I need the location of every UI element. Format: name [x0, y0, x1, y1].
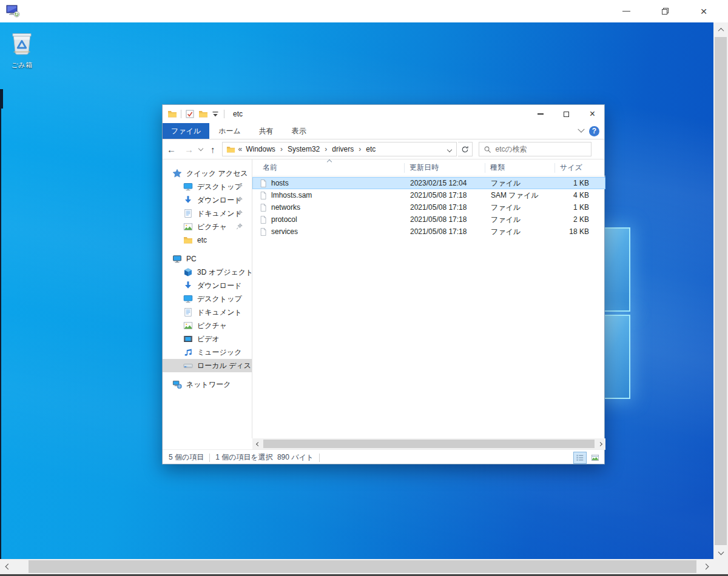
qat-customize-caret-icon[interactable]	[211, 109, 220, 119]
search-input[interactable]: etcの検索	[479, 142, 592, 156]
forward-button[interactable]: →	[184, 144, 194, 155]
scrollbar-thumb[interactable]	[29, 560, 696, 573]
file-name: hosts	[271, 179, 289, 187]
ribbon-tab-2[interactable]: 共有	[250, 123, 283, 139]
divider	[209, 454, 210, 462]
desktop-icon	[183, 182, 193, 192]
explorer-maximize-button[interactable]	[553, 105, 579, 123]
viewer-close-button[interactable]: ×	[684, 0, 723, 22]
details-view-button[interactable]	[573, 452, 587, 464]
sidebar-item-label: PC	[186, 255, 197, 263]
scroll-left-arrow-icon[interactable]	[252, 438, 263, 449]
recycle-bin-desktop-icon[interactable]: ごみ箱	[4, 28, 40, 70]
refresh-button[interactable]	[458, 142, 473, 156]
recycle-bin-label: ごみ箱	[4, 61, 40, 70]
ribbon-tab-1[interactable]: ホーム	[209, 123, 250, 139]
file-modified: 2021/05/08 17:18	[405, 215, 486, 224]
disk-icon	[183, 361, 193, 370]
column-header-0[interactable]: 名前	[252, 163, 405, 173]
scrollbar-thumb[interactable]	[715, 37, 727, 545]
up-button[interactable]: ↑	[211, 144, 215, 155]
sidebar-item[interactable]: デスクトップ	[163, 292, 252, 306]
breadcrumb-item[interactable]: etc	[365, 145, 377, 153]
scrollbar-thumb[interactable]	[263, 440, 595, 448]
file-list-horizontal-scrollbar[interactable]	[252, 438, 605, 449]
scroll-down-arrow-icon[interactable]	[713, 544, 728, 559]
qat-new-folder-button[interactable]	[198, 109, 208, 119]
sidebar-item-label: ミュージック	[197, 347, 241, 358]
table-row[interactable]: networks2021/05/08 17:18ファイル1 KB	[252, 201, 605, 213]
table-row[interactable]: services2021/05/08 17:18ファイル18 KB	[252, 226, 605, 238]
breadcrumb-separator: ›	[321, 145, 331, 153]
sidebar-item[interactable]: etc	[163, 233, 252, 247]
quick-access-star-icon	[172, 169, 182, 178]
viewer-vertical-scrollbar[interactable]	[713, 22, 728, 559]
pin-icon	[235, 209, 243, 217]
thumbnail-view-icon	[591, 454, 599, 462]
sidebar-item[interactable]: ビデオ	[163, 332, 252, 346]
file-icon	[259, 215, 268, 224]
document-icon	[183, 209, 193, 218]
explorer-minimize-button[interactable]	[527, 105, 553, 123]
sidebar-item[interactable]: ドキュメント	[163, 207, 252, 220]
breadcrumb-item[interactable]: drivers	[331, 145, 355, 153]
ribbon-tab-3[interactable]: 表示	[283, 123, 315, 139]
sidebar-item[interactable]: デスクトップ	[163, 180, 252, 193]
table-row[interactable]: lmhosts.sam2021/05/08 17:18SAM ファイル4 KB	[252, 189, 605, 201]
scroll-left-arrow-icon[interactable]	[0, 559, 16, 574]
address-breadcrumb-bar[interactable]: « Windows›System32›drivers›etc	[222, 142, 457, 156]
video-icon	[183, 334, 193, 344]
scroll-right-arrow-icon[interactable]	[698, 559, 713, 574]
sidebar-item[interactable]: 3D オブジェクト	[163, 266, 252, 279]
viewer-minimize-button[interactable]	[607, 0, 645, 22]
file-name: protocol	[271, 215, 297, 224]
back-button[interactable]: ←	[167, 144, 176, 155]
address-toolbar: ← → ↑ « Windows›System32›drivers›etc etc…	[163, 139, 604, 159]
breadcrumb-item[interactable]: Windows	[244, 145, 277, 153]
scroll-up-arrow-icon[interactable]	[713, 22, 728, 37]
address-dropdown-caret-icon[interactable]	[447, 147, 451, 152]
table-row[interactable]: hosts2023/02/15 12:04ファイル1 KB	[252, 177, 605, 189]
column-header-3[interactable]: サイズ	[555, 163, 605, 173]
recent-locations-caret-icon[interactable]	[198, 146, 203, 151]
sidebar-item[interactable]: ドキュメント	[163, 306, 252, 319]
qat-properties-button[interactable]	[185, 109, 195, 119]
sidebar-item-label: ビデオ	[197, 334, 220, 344]
sidebar-item[interactable]: ダウンロード	[163, 193, 252, 207]
sidebar-item[interactable]: ピクチャ	[163, 319, 252, 332]
desktop-icon	[183, 294, 193, 304]
screen-edge-strip	[0, 89, 3, 109]
file-type: ファイル	[486, 227, 556, 237]
sidebar-item-label: ネットワーク	[186, 380, 231, 390]
table-row[interactable]: protocol2021/05/08 17:18ファイル2 KB	[252, 213, 605, 226]
sidebar-item-label: ダウンロード	[197, 281, 241, 291]
viewer-horizontal-scrollbar[interactable]	[0, 559, 713, 574]
explorer-titlebar[interactable]: etc ×	[163, 105, 604, 123]
sidebar-item[interactable]: クイック アクセス	[163, 167, 252, 180]
file-list-area[interactable]: 名前更新日時種類サイズ hosts2023/02/15 12:04ファイル1 K…	[252, 159, 605, 438]
ribbon-expand-chevron-icon[interactable]	[578, 126, 584, 133]
items-count: 5 個の項目	[169, 452, 204, 463]
column-header-1[interactable]: 更新日時	[405, 163, 485, 173]
column-header-2[interactable]: 種類	[485, 163, 555, 173]
thumbnail-view-button[interactable]	[588, 452, 602, 464]
sidebar-item[interactable]: PC	[163, 252, 252, 266]
sidebar-item[interactable]: ネットワーク	[163, 378, 252, 391]
viewer-restore-button[interactable]	[645, 0, 684, 22]
selection-size: 890 バイト	[277, 452, 314, 463]
file-size: 2 KB	[556, 215, 605, 224]
ribbon-tab-0[interactable]: ファイル	[163, 123, 209, 139]
breadcrumb-item[interactable]: System32	[286, 145, 321, 153]
breadcrumb-overflow-chevrons[interactable]: «	[238, 145, 245, 153]
explorer-close-button[interactable]: ×	[579, 105, 605, 123]
scroll-right-arrow-icon[interactable]	[595, 438, 605, 449]
sidebar-item-label: クイック アクセス	[186, 169, 248, 179]
sidebar-item[interactable]: ローカル ディスク (C:)	[163, 359, 252, 372]
help-icon[interactable]: ?	[589, 126, 599, 136]
sidebar-item[interactable]: ピクチャ	[163, 220, 252, 233]
column-header-row: 名前更新日時種類サイズ	[252, 159, 605, 176]
sidebar-item-label: etc	[197, 236, 207, 244]
file-explorer-window: etc × ファイルホーム共有表示 ? ← → ↑ « Windows›Syst…	[162, 104, 605, 464]
sidebar-item[interactable]: ミュージック	[163, 346, 252, 359]
sidebar-item[interactable]: ダウンロード	[163, 279, 252, 292]
